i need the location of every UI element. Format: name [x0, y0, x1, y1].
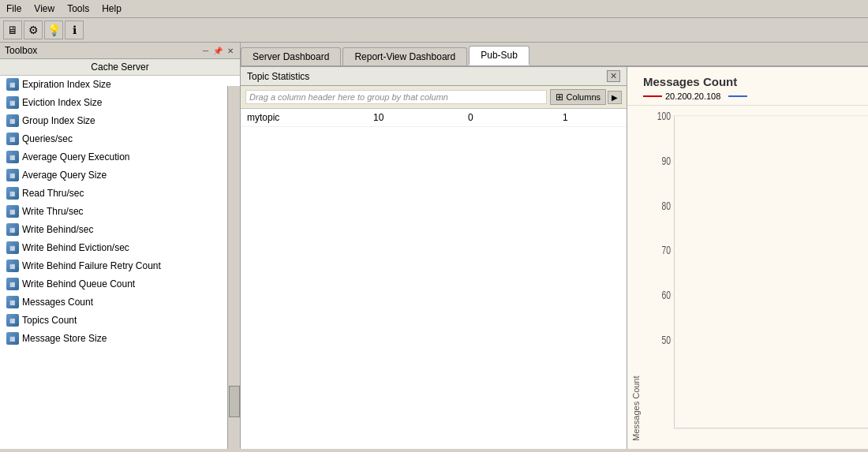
- toolbar-btn-2[interactable]: ⚙: [24, 21, 43, 39]
- topic-stats-panel: Topic Statistics ✕ Drag a column header …: [241, 67, 627, 449]
- svg-text:50: 50: [661, 334, 671, 346]
- toolbox-panel: Toolbox ─ 📌 ✕ Cache Server ▦ Expiration …: [0, 43, 241, 449]
- item-icon: ▦: [6, 169, 19, 181]
- svg-text:80: 80: [661, 200, 671, 212]
- legend-item-1: 20.200.20.108: [643, 92, 720, 101]
- toolbox-title: Toolbox: [5, 45, 201, 56]
- main-layout: Toolbox ─ 📌 ✕ Cache Server ▦ Expiration …: [0, 43, 868, 449]
- item-icon: ▦: [6, 114, 19, 127]
- item-icon: ▦: [6, 241, 19, 254]
- cell-topic: mytopic: [247, 112, 310, 123]
- grid-drag-hint: Drag a column header here to group by th…: [245, 90, 547, 104]
- right-panel: Server Dashboard Report-View Dashboard P…: [241, 43, 868, 449]
- menu-view[interactable]: View: [28, 2, 61, 16]
- toolbox-item-expiration-index[interactable]: ▦ Expiration Index Size: [0, 76, 240, 94]
- toolbox-header: Toolbox ─ 📌 ✕: [0, 43, 240, 59]
- chart-title-area: Messages Count 20.200.20.108: [627, 67, 868, 106]
- svg-text:60: 60: [661, 290, 671, 302]
- table-row[interactable]: mytopic 10 0 1: [241, 109, 627, 127]
- item-icon: ▦: [6, 332, 19, 345]
- toolbar-btn-3[interactable]: 💡: [44, 21, 63, 39]
- item-icon: ▦: [6, 78, 19, 91]
- toolbox-item-write-behind[interactable]: ▦ Write Behind/sec: [0, 221, 240, 239]
- toolbar-btn-1[interactable]: 🖥: [3, 21, 22, 39]
- chart-title: Messages Count: [643, 75, 852, 88]
- toolbar-btn-4[interactable]: ℹ: [65, 21, 84, 39]
- toolbox-item-write-behind-failure[interactable]: ▦ Write Behind Failure Retry Count: [0, 257, 240, 275]
- grid-scroll-right-btn[interactable]: ▶: [608, 91, 622, 104]
- scrollbar-thumb[interactable]: [229, 386, 240, 417]
- item-icon: ▦: [6, 223, 19, 236]
- legend-color-2: [728, 95, 747, 97]
- toolbox-pin-btn[interactable]: ─: [201, 47, 210, 55]
- toolbox-subheader: Cache Server: [0, 59, 240, 76]
- tab-server-dashboard[interactable]: Server Dashboard: [241, 47, 341, 65]
- legend-item-2: [728, 95, 750, 97]
- item-icon: ▦: [6, 187, 19, 200]
- grid-header: Drag a column header here to group by th…: [241, 86, 627, 109]
- svg-text:70: 70: [661, 245, 671, 257]
- legend-color-1: [643, 95, 662, 97]
- item-icon: ▦: [6, 205, 19, 218]
- content-area: Topic Statistics ✕ Drag a column header …: [241, 67, 868, 449]
- toolbox-controls: ─ 📌 ✕: [201, 47, 235, 55]
- topic-stats-header: Topic Statistics ✕: [241, 67, 627, 86]
- chart-svg-container: Messages Count 100 90: [627, 106, 868, 449]
- toolbox-items: ▦ Expiration Index Size ▦ Eviction Index…: [0, 76, 240, 449]
- toolbox-item-messages-count[interactable]: ▦ Messages Count: [0, 293, 240, 312]
- menu-tools[interactable]: Tools: [61, 2, 95, 16]
- toolbox-close-btn[interactable]: ✕: [226, 47, 235, 55]
- item-icon: ▦: [6, 296, 19, 308]
- menu-file[interactable]: File: [0, 2, 28, 16]
- toolbox-item-avg-query-size[interactable]: ▦ Average Query Size: [0, 166, 240, 185]
- item-icon: ▦: [6, 133, 19, 145]
- svg-rect-14: [675, 116, 868, 428]
- toolbox-item-topics-count[interactable]: ▦ Topics Count: [0, 312, 240, 330]
- chart-panel: Messages Count 20.200.20.108: [627, 67, 868, 449]
- cell-col3: 1: [563, 112, 594, 123]
- tab-pub-sub[interactable]: Pub-Sub: [469, 46, 529, 65]
- toolbox-item-read-thru[interactable]: ▦ Read Thru/sec: [0, 185, 240, 203]
- svg-text:100: 100: [657, 110, 671, 123]
- toolbox-dock-btn[interactable]: 📌: [211, 47, 224, 55]
- svg-text:90: 90: [661, 155, 671, 167]
- chart-legend: 20.200.20.108: [643, 92, 852, 101]
- toolbox-item-write-behind-eviction[interactable]: ▦ Write Behind Eviction/sec: [0, 239, 240, 257]
- toolbox-item-group-index[interactable]: ▦ Group Index Size: [0, 112, 240, 130]
- toolbox-item-avg-query-exec[interactable]: ▦ Average Query Execution: [0, 148, 240, 166]
- panel-title: Topic Statistics: [247, 71, 309, 82]
- columns-button[interactable]: ⊞ Columns: [550, 89, 606, 105]
- y-axis-label: Messages Count: [627, 106, 645, 449]
- tabs-bar: Server Dashboard Report-View Dashboard P…: [241, 43, 868, 67]
- tab-report-view-dashboard[interactable]: Report-View Dashboard: [342, 47, 467, 65]
- cell-col1: 10: [373, 112, 405, 123]
- toolbox-item-eviction-index[interactable]: ▦ Eviction Index Size: [0, 94, 240, 112]
- chart-svg: 100 90 80 70 60 50: [645, 106, 868, 449]
- columns-icon: ⊞: [556, 92, 563, 103]
- item-icon: ▦: [6, 314, 19, 327]
- toolbox-item-queries-sec[interactable]: ▦ Queries/sec: [0, 130, 240, 148]
- panel-close-btn[interactable]: ✕: [607, 70, 620, 82]
- item-icon: ▦: [6, 151, 19, 163]
- toolbox-scrollbar[interactable]: [227, 86, 240, 449]
- menu-bar: File View Tools Help: [0, 0, 868, 18]
- toolbox-item-message-store-size[interactable]: ▦ Message Store Size: [0, 330, 240, 348]
- item-icon: ▦: [6, 260, 19, 272]
- toolbox-item-write-behind-queue[interactable]: ▦ Write Behind Queue Count: [0, 275, 240, 293]
- toolbar: 🖥 ⚙ 💡 ℹ: [0, 18, 868, 43]
- grid-body: mytopic 10 0 1: [241, 109, 627, 449]
- toolbox-item-write-thru[interactable]: ▦ Write Thru/sec: [0, 203, 240, 221]
- item-icon: ▦: [6, 278, 19, 290]
- menu-help[interactable]: Help: [95, 2, 128, 16]
- cell-col2: 0: [468, 112, 499, 123]
- item-icon: ▦: [6, 96, 19, 109]
